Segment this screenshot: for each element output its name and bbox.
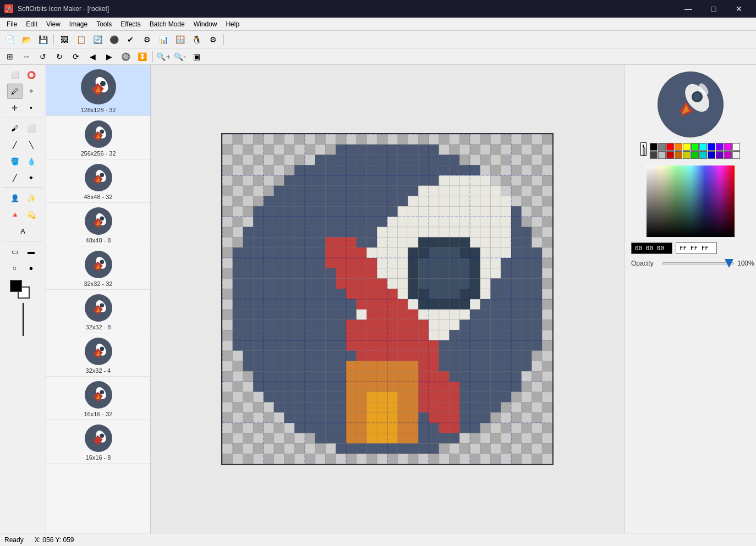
zoom-out-btn[interactable]: 🔍- (172, 49, 188, 64)
fill-rect-tool[interactable]: ▬ (24, 244, 39, 259)
menu-effects[interactable]: Effects (116, 18, 145, 30)
color-spectrum[interactable] (647, 166, 735, 237)
icon-item-16-32[interactable]: 16x16 - 32 (46, 377, 150, 420)
swatch-brown[interactable] (675, 151, 682, 159)
text-tool[interactable]: A (15, 223, 31, 239)
btn-t2[interactable]: 📋 (73, 32, 89, 47)
swatch-darkgreen[interactable] (691, 151, 699, 159)
move-tool[interactable]: ✛ (7, 100, 23, 115)
sharpen-tool[interactable]: 🔺 (7, 207, 23, 222)
ellipse-shape-tool[interactable]: ○ (7, 260, 23, 275)
swatch-lightgray[interactable] (658, 151, 666, 159)
swatch-darkmagenta[interactable] (724, 151, 732, 159)
icon-item-48-8[interactable]: 48x48 - 8 (46, 203, 150, 246)
swatch-orange[interactable] (675, 143, 682, 151)
save-button[interactable]: 💾 (35, 32, 51, 47)
zoom-in-btn[interactable]: 🔍+ (156, 49, 171, 64)
maximize-button[interactable]: □ (701, 0, 726, 18)
menu-image[interactable]: Image (65, 18, 92, 30)
diag2-tool[interactable]: ╱ (7, 170, 23, 185)
swatch-nearwhite[interactable] (732, 151, 740, 159)
bucket-tool[interactable]: 🪣 (7, 153, 23, 169)
tb2-3[interactable]: ↻ (52, 49, 67, 64)
btn-t1[interactable]: 🖼 (57, 32, 72, 47)
menu-window[interactable]: Window (189, 18, 222, 30)
play-button[interactable]: ▶ (101, 49, 117, 64)
bg-color-hex[interactable]: FF FF FF (676, 242, 717, 254)
pen-tool[interactable]: 🖊 (7, 84, 23, 99)
dot-tool[interactable]: • (24, 100, 39, 115)
diagonal-tool[interactable]: ╲ (24, 137, 39, 152)
tb2-4[interactable]: ⟳ (68, 49, 84, 64)
icon-item-32-4[interactable]: 32x32 - 4 (46, 333, 150, 377)
canvas-area[interactable] (151, 65, 624, 533)
tb2-2[interactable]: ↺ (35, 49, 51, 64)
select-ellipse-tool[interactable]: ⭕ (24, 67, 39, 82)
swatch-red[interactable] (666, 143, 674, 151)
select-rect-tool[interactable]: ⬜ (7, 67, 23, 82)
btn-t3[interactable]: 🔄 (90, 32, 105, 47)
tb2-1[interactable]: ↔ (19, 49, 34, 64)
rect-shape-tool[interactable]: ▭ (7, 244, 23, 259)
menu-help[interactable]: Help (221, 18, 244, 30)
icon-item-32-32[interactable]: 32x32 - 32 (46, 246, 150, 290)
swatch-violet[interactable] (716, 143, 724, 151)
spray-tool[interactable]: ✦ (24, 170, 39, 185)
btn-t4[interactable]: ⚫ (106, 32, 122, 47)
fill-ellipse-tool[interactable]: ● (24, 260, 39, 275)
btn-t6[interactable]: ⚙ (139, 32, 155, 47)
btn-t7[interactable]: 📊 (156, 32, 171, 47)
swatch-magenta[interactable] (724, 143, 732, 151)
brush-tool[interactable]: 🖌 (7, 120, 23, 136)
grid-btn[interactable]: ⊞ (2, 49, 18, 64)
person-tool[interactable]: 👤 (7, 190, 23, 206)
bg-active-color[interactable] (643, 147, 645, 155)
zoom-fit-btn[interactable]: ▣ (189, 49, 204, 64)
menu-batch-mode[interactable]: Batch Mode (145, 18, 189, 30)
swatch-darkred[interactable] (666, 151, 674, 159)
eyedrop-tool[interactable]: 💧 (24, 153, 39, 169)
btn-t9[interactable]: 🐧 (189, 32, 204, 47)
icon-item-16-8[interactable]: 16x16 - 8 (46, 420, 150, 464)
swatch-olive[interactable] (683, 151, 691, 159)
close-button[interactable]: ✕ (726, 0, 752, 18)
new-button[interactable]: 📄 (2, 32, 18, 47)
swatch-teal[interactable] (699, 151, 707, 159)
btn-t5[interactable]: ✔ (123, 32, 138, 47)
open-button[interactable]: 📂 (19, 32, 34, 47)
swatch-blue[interactable] (708, 143, 715, 151)
menu-tools[interactable]: Tools (92, 18, 116, 30)
icon-item-256-32[interactable]: 256x256 - 32 (46, 116, 150, 159)
swatch-green[interactable] (691, 143, 699, 151)
icon-item-128-32[interactable]: 128x128 - 32 (46, 65, 150, 116)
tb2-7[interactable]: ⏬ (134, 49, 150, 64)
minimize-button[interactable]: — (676, 0, 701, 18)
menu-file[interactable]: File (2, 18, 21, 30)
pixel-canvas-container (221, 133, 554, 465)
swatch-cyan[interactable] (699, 143, 707, 151)
fg-color-hex[interactable]: 00 00 00 (631, 242, 672, 254)
tb2-5[interactable]: ◀ (85, 49, 100, 64)
menu-edit[interactable]: Edit (21, 18, 42, 30)
swatch-gray[interactable] (658, 143, 666, 151)
blur-tool[interactable]: 💫 (24, 207, 39, 222)
swatch-yellow[interactable] (683, 143, 691, 151)
pixel-grid-canvas[interactable] (221, 133, 554, 465)
eraser-tool[interactable]: ⬜ (24, 120, 39, 136)
opacity-slider[interactable] (662, 262, 734, 264)
btn-t10[interactable]: ⚙ (205, 32, 221, 47)
lasso-tool[interactable]: ⌖ (24, 84, 39, 99)
fg-color-swatch[interactable] (10, 280, 22, 292)
btn-t8[interactable]: 🪟 (172, 32, 188, 47)
swatch-darkgray[interactable] (650, 151, 658, 159)
swatch-purple[interactable] (716, 151, 724, 159)
line-tool[interactable]: ╱ (7, 137, 23, 152)
icon-item-32-8[interactable]: 32x32 - 8 (46, 290, 150, 333)
swatch-black[interactable] (650, 143, 658, 151)
tb2-6[interactable]: 🔘 (118, 49, 133, 64)
icon-item-48-32[interactable]: 48x48 - 32 (46, 159, 150, 203)
menu-view[interactable]: View (42, 18, 65, 30)
swatch-white[interactable] (732, 143, 740, 151)
smudge-tool[interactable]: ✨ (24, 190, 39, 206)
swatch-darkblue[interactable] (708, 151, 715, 159)
